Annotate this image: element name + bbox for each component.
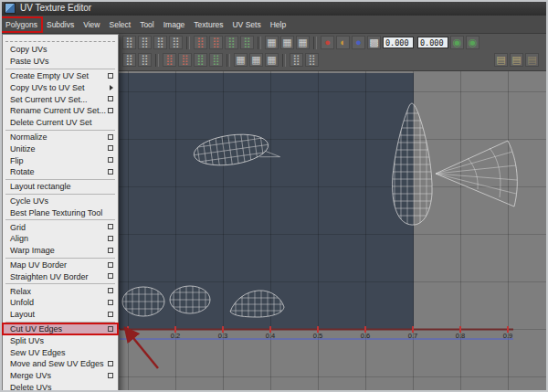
paste-uv-option-icon[interactable]: ▤ (525, 53, 539, 67)
select-face-icon[interactable]: ⣿ (122, 53, 136, 67)
uv-rotate-icon[interactable]: ⣿ (138, 36, 152, 49)
checker-display-icon[interactable]: ▩ (367, 36, 381, 49)
menu-textures[interactable]: Textures (190, 18, 227, 31)
toolbar-icon[interactable] (313, 37, 317, 49)
toolbar-icon[interactable] (186, 37, 190, 49)
option-box-icon[interactable] (108, 373, 113, 378)
option-box-icon[interactable] (108, 262, 113, 268)
rotate-uv-ccw-icon[interactable]: ⣿ (225, 36, 238, 49)
menu-item[interactable]: Layout rectangle (3, 181, 118, 193)
menu-item[interactable]: Move and Sew UV Edges (3, 358, 118, 370)
menu-item-cut-uv-edges[interactable]: Cut UV Edges (3, 323, 118, 335)
option-box-icon[interactable] (108, 224, 113, 229)
option-box-icon[interactable] (108, 300, 113, 305)
option-box-icon[interactable] (108, 326, 113, 332)
menu-item[interactable]: Copy UVs to UV Set (3, 81, 118, 93)
menu-item[interactable]: Layout (3, 309, 118, 321)
texture-blue-icon[interactable]: ● (352, 36, 365, 49)
uv-shell-body[interactable] (192, 125, 281, 174)
toolbar-icon[interactable] (258, 37, 261, 49)
menu-item[interactable]: Normalize (3, 132, 118, 143)
menu-item[interactable]: Merge UVs (3, 370, 118, 382)
menu-item[interactable]: Warp Image (3, 245, 118, 257)
uv-shell-fin-2[interactable] (170, 283, 210, 318)
uv-move-icon[interactable]: ⣿ (122, 36, 136, 49)
border-display-icon[interactable]: ▦ (249, 53, 263, 67)
toolbar-icon[interactable] (227, 54, 230, 67)
menu-item[interactable]: Straighten UV Border (3, 270, 118, 282)
option-box-icon[interactable] (108, 157, 113, 163)
menu-item[interactable]: Flip (3, 154, 118, 166)
flip-u-icon[interactable]: ⣿ (194, 36, 207, 49)
menu-select[interactable]: Select (106, 18, 135, 31)
toolbar-icon[interactable] (155, 54, 159, 67)
grid-snap-icon[interactable]: ▦ (296, 36, 310, 49)
texture-ramp-icon[interactable]: ◐ (336, 36, 350, 49)
rotate-uv-cw-icon[interactable]: ⣿ (240, 36, 254, 49)
menu-tool[interactable]: Tool (136, 18, 158, 31)
toolbar-icon[interactable] (282, 54, 286, 67)
distortion-display-icon[interactable]: ⣿ (209, 53, 223, 67)
menu-item[interactable]: Map UV Border (3, 260, 118, 271)
option-box-icon[interactable] (108, 361, 113, 366)
unpin-uv-icon[interactable]: ⣿ (178, 53, 192, 67)
isolate-select-icon[interactable]: ⣿ (290, 53, 303, 67)
isolate-add-icon[interactable]: ⣿ (305, 53, 319, 67)
menu-polygons[interactable]: Polygons (2, 18, 41, 31)
uv-lattice-icon[interactable]: ⣿ (169, 36, 183, 49)
menu-item[interactable]: Split UVs (3, 334, 118, 346)
menu-item[interactable]: Cycle UVs (3, 196, 118, 207)
option-box-icon[interactable] (108, 108, 113, 113)
u-value-input[interactable] (383, 37, 414, 48)
copy-uv-icon[interactable]: ▤ (494, 53, 508, 67)
update-uv-icon[interactable]: ◉ (466, 36, 480, 49)
menu-item[interactable]: Paste UVs (3, 56, 118, 68)
menu-item[interactable]: Set Current UV Set... (3, 93, 118, 105)
select-edge-icon[interactable]: ⣿ (138, 53, 152, 67)
paste-uv-icon[interactable]: ▤ (510, 53, 523, 67)
overlap-display-icon[interactable]: ⣿ (194, 53, 207, 67)
pin-uv-icon[interactable]: ⣿ (163, 53, 176, 67)
menu-item[interactable]: Rename Current UV Set... (3, 105, 118, 117)
menu-item[interactable]: Delete UVs (3, 382, 118, 392)
menu-item[interactable]: Unitize (3, 143, 118, 154)
uv-shell-fin-1[interactable] (122, 283, 164, 320)
uv-shell-fin-3[interactable] (228, 285, 286, 322)
flip-v-icon[interactable]: ⣿ (209, 36, 223, 49)
option-box-icon[interactable] (108, 312, 113, 317)
option-box-icon[interactable] (108, 73, 113, 79)
menu-item[interactable]: Grid (3, 221, 118, 233)
menu-tearoff-handle[interactable] (5, 37, 115, 42)
menu-help[interactable]: Help (267, 18, 290, 31)
menu-uv-sets[interactable]: UV Sets (228, 18, 264, 31)
sew-uv-tool-icon[interactable]: ▦ (280, 36, 294, 49)
menu-item[interactable]: Unfold (3, 297, 118, 309)
option-box-icon[interactable] (108, 248, 113, 253)
title-bar[interactable]: UV Texture Editor (0, 0, 548, 16)
menu-view[interactable]: View (79, 18, 103, 31)
menu-item[interactable]: Align (3, 233, 118, 245)
refresh-uv-icon[interactable]: ◉ (450, 36, 464, 49)
cut-uv-tool-icon[interactable]: ▦ (265, 36, 279, 49)
option-box-icon[interactable] (108, 145, 113, 151)
menu-item[interactable]: Rotate (3, 166, 118, 178)
uv-scale-icon[interactable]: ⣿ (153, 36, 167, 49)
option-box-icon[interactable] (108, 236, 113, 241)
v-value-input[interactable] (417, 37, 448, 48)
texture-red-icon[interactable]: ● (321, 36, 334, 49)
menu-subdivs[interactable]: Subdivs (43, 18, 78, 31)
menu-item[interactable]: Relax (3, 285, 118, 297)
option-box-icon[interactable] (108, 288, 113, 293)
option-box-icon[interactable] (108, 96, 113, 101)
tile-display-icon[interactable]: ▦ (234, 53, 248, 67)
menu-item[interactable]: Best Plane Texturing Tool (3, 207, 118, 218)
uv-shell-fin-right[interactable] (436, 141, 517, 207)
menu-item[interactable]: Copy UVs (3, 44, 118, 56)
texture-display-icon[interactable]: ▦ (265, 53, 279, 67)
menu-item[interactable]: Delete Current UV Set (3, 117, 118, 129)
option-box-icon[interactable] (108, 169, 113, 175)
menu-image[interactable]: Image (160, 18, 189, 31)
uv-shell-tail[interactable] (388, 101, 437, 228)
menu-item[interactable]: Sew UV Edges (3, 346, 118, 358)
option-box-icon[interactable] (108, 134, 113, 140)
